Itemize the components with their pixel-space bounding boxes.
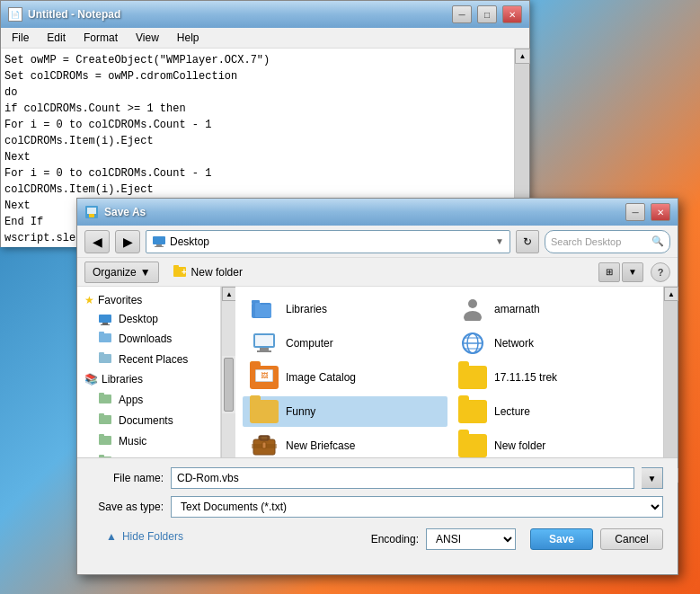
save-button[interactable]: Save [530, 528, 593, 550]
address-dropdown-icon[interactable]: ▼ [495, 236, 504, 246]
filename-dropdown-button[interactable]: ▼ [642, 467, 663, 489]
svg-rect-43 [262, 442, 266, 448]
saveas-title: Save As [104, 206, 620, 218]
sidebar-item-desktop[interactable]: Desktop [77, 310, 220, 328]
notepad-menu-view[interactable]: View [128, 30, 166, 46]
view-grid-button[interactable]: ⊞ [598, 262, 620, 282]
sidebar-section-favorites[interactable]: ★ Favorites [77, 290, 220, 310]
sidebar-item-downloads[interactable]: Downloads [77, 328, 220, 349]
sidebar-downloads-label: Downloads [119, 332, 172, 345]
search-placeholder: Search Desktop [551, 236, 648, 247]
file-item-trek[interactable]: 17.11.15 trek [451, 362, 656, 393]
view-dropdown-button[interactable]: ▼ [622, 262, 643, 282]
recent-places-icon [99, 351, 113, 367]
encoding-select[interactable]: ANSI [426, 528, 516, 550]
file-item-network[interactable]: Network [451, 328, 656, 359]
filename-input[interactable] [171, 467, 634, 489]
documents-icon [99, 412, 113, 428]
file-label-libraries: Libraries [286, 303, 327, 315]
sidebar-item-music[interactable]: Music [77, 430, 220, 451]
file-scroll-up[interactable]: ▲ [664, 287, 678, 301]
sidebar-scrollbar[interactable]: ▲ ▼ [221, 287, 235, 483]
organize-dropdown-icon: ▼ [140, 266, 151, 279]
saveas-minimize-button[interactable]: ─ [625, 203, 645, 221]
svg-rect-32 [260, 348, 269, 350]
notepad-menu-edit[interactable]: Edit [40, 30, 73, 46]
sidebar-wrapper: ★ Favorites Desktop [77, 287, 235, 483]
file-item-image-catalog[interactable]: 🖼 Image Catalog [243, 362, 447, 393]
libraries-icon-sidebar: 📚 [84, 373, 98, 386]
svg-rect-33 [257, 350, 271, 352]
file-label-trek: 17.11.15 trek [494, 371, 557, 384]
sidebar-item-documents[interactable]: Documents [77, 410, 220, 430]
cancel-button[interactable]: Cancel [600, 528, 663, 550]
file-area-scrollbar[interactable]: ▲ ▼ [663, 287, 678, 483]
organize-button[interactable]: Organize ▼ [84, 262, 159, 283]
file-item-computer[interactable]: Computer [243, 328, 447, 359]
hide-folders-label[interactable]: Hide Folders [122, 530, 183, 543]
saveas-sidebar: ★ Favorites Desktop [77, 287, 221, 483]
view-toggle: ⊞ ▼ [598, 262, 643, 282]
svg-rect-16 [99, 395, 111, 403]
svg-rect-4 [156, 244, 162, 246]
filetype-row: Save as type: Text Documents (*.txt) [77, 492, 678, 521]
notepad-menu-file[interactable]: File [4, 30, 36, 46]
file-item-funny[interactable]: Funny [243, 396, 447, 427]
refresh-button[interactable]: ↻ [516, 230, 539, 253]
computer-icon-el [250, 332, 279, 355]
notepad-menu-format[interactable]: Format [76, 30, 125, 46]
svg-rect-15 [99, 352, 104, 355]
filetype-select[interactable]: Text Documents (*.txt) [171, 496, 663, 518]
saveas-bottom: File name: ▼ Save as type: Text Document… [77, 457, 678, 574]
favorites-icon: ★ [84, 294, 94, 306]
sidebar-recent-label: Recent Places [119, 353, 188, 366]
back-button[interactable]: ◀ [84, 230, 110, 253]
filename-row: File name: ▼ [77, 458, 678, 492]
file-item-new-folder[interactable]: New folder [451, 430, 656, 461]
svg-rect-10 [102, 323, 108, 324]
downloads-folder-icon [99, 331, 113, 346]
saveas-organize-toolbar: Organize ▼ + New folder ⊞ ▼ ? [77, 258, 678, 287]
music-icon [99, 433, 113, 448]
sidebar-section-libraries[interactable]: 📚 Libraries [77, 369, 220, 389]
forward-button[interactable]: ▶ [115, 230, 140, 253]
desktop-icon [152, 235, 166, 249]
svg-rect-7 [173, 265, 179, 268]
svg-rect-20 [99, 436, 111, 445]
hide-folders-icon: ▲ [106, 530, 117, 543]
sidebar-item-recent-places[interactable]: Recent Places [77, 349, 220, 369]
libraries-label: Libraries [102, 373, 143, 386]
svg-rect-21 [99, 434, 104, 437]
svg-rect-11 [101, 324, 110, 325]
file-item-briefcase[interactable]: New Briefcase [243, 430, 447, 461]
sidebar-documents-label: Documents [119, 414, 173, 427]
notepad-menu-help[interactable]: Help [170, 30, 207, 46]
notepad-minimize-button[interactable]: ─ [452, 5, 472, 23]
notepad-close-button[interactable]: ✕ [502, 5, 522, 23]
action-buttons: Save Cancel [530, 528, 663, 550]
network-icon-el [458, 332, 487, 355]
notepad-maximize-button[interactable]: □ [477, 5, 497, 23]
file-item-lecture[interactable]: Lecture [451, 396, 656, 427]
help-button[interactable]: ? [651, 262, 670, 282]
file-item-libraries[interactable]: Libraries [243, 294, 447, 324]
saveas-titlebar: Save As ─ ✕ [77, 199, 678, 226]
notepad-scroll-up[interactable]: ▲ [515, 49, 530, 64]
address-bar[interactable]: Desktop ▼ [146, 230, 510, 253]
sidebar-desktop-label: Desktop [119, 313, 158, 325]
svg-rect-31 [255, 335, 273, 346]
file-grid: Libraries amarnath [243, 294, 656, 483]
trek-folder-icon [458, 366, 487, 389]
svg-rect-17 [99, 393, 104, 395]
notepad-menubar: File Edit Format View Help [1, 28, 529, 49]
saveas-close-button[interactable]: ✕ [651, 203, 670, 221]
svg-rect-14 [99, 354, 111, 363]
search-bar[interactable]: Search Desktop 🔍 [545, 230, 670, 253]
file-item-amarnath[interactable]: amarnath [451, 294, 656, 324]
sidebar-item-apps[interactable]: Apps [77, 389, 220, 410]
image-catalog-icon: 🖼 [250, 366, 279, 389]
favorites-label: Favorites [98, 294, 142, 306]
new-folder-button[interactable]: + New folder [166, 262, 250, 283]
sidebar-scroll-up[interactable]: ▲ [222, 287, 236, 301]
new-folder-icon: + [173, 264, 188, 279]
